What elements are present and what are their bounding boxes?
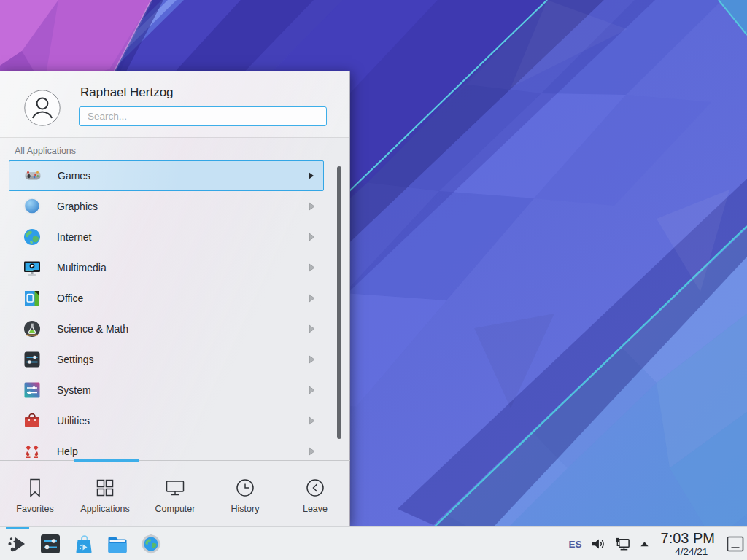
multimedia-monitor-icon <box>22 257 42 278</box>
active-tab-indicator <box>74 459 139 462</box>
section-label: All Applications <box>15 146 76 156</box>
category-label: Graphics <box>57 201 308 212</box>
tab-favorites[interactable]: Favorites <box>0 461 70 526</box>
category-system[interactable]: System <box>9 375 324 405</box>
utilities-toolbox-icon <box>22 411 42 431</box>
globe-icon <box>22 227 42 247</box>
category-label: Help <box>57 446 308 457</box>
launcher-tab-bar: Favorites Applications Computer <box>0 460 350 526</box>
chevron-right-icon <box>308 263 315 272</box>
tab-applications[interactable]: Applications <box>70 461 140 526</box>
tab-computer[interactable]: Computer <box>140 461 210 526</box>
system-settings-icon[interactable] <box>39 532 62 556</box>
grid-icon <box>94 477 116 499</box>
taskbar: ES 7:03 PM <box>0 526 747 560</box>
user-avatar[interactable] <box>24 90 61 126</box>
chevron-right-icon <box>308 233 315 241</box>
system-tray: ES 7:03 PM <box>569 527 746 560</box>
application-launcher-menu: Raphael Hertzog All Applications <box>0 71 350 526</box>
category-label: Science & Math <box>57 323 308 335</box>
digital-clock[interactable]: 7:03 PM 4/24/21 <box>661 531 715 557</box>
category-settings[interactable]: Settings <box>9 344 324 375</box>
clock-icon <box>234 477 256 499</box>
graphics-sphere-icon <box>22 196 42 217</box>
help-icon <box>22 441 42 461</box>
category-label: System <box>57 384 308 396</box>
clock-date: 4/24/21 <box>661 547 715 557</box>
settings-sliders-icon <box>22 349 42 370</box>
discover-icon[interactable] <box>72 532 96 556</box>
chevron-right-icon <box>308 386 315 394</box>
chevron-right-icon <box>307 171 314 180</box>
category-graphics[interactable]: Graphics <box>9 191 324 222</box>
science-flask-icon <box>22 319 42 339</box>
category-label: Settings <box>57 354 308 365</box>
category-label: Office <box>57 292 308 304</box>
gamepad-icon <box>23 166 43 186</box>
category-games[interactable]: Games <box>9 160 324 191</box>
chevron-right-icon <box>308 324 315 333</box>
text-cursor <box>85 110 85 122</box>
konqueror-globe-icon[interactable] <box>139 532 163 556</box>
category-multimedia[interactable]: Multimedia <box>9 252 324 283</box>
category-label: Utilities <box>57 415 308 427</box>
tab-label: Leave <box>303 504 328 514</box>
keyboard-layout-indicator[interactable]: ES <box>569 539 582 550</box>
chevron-right-icon <box>308 294 315 303</box>
category-help[interactable]: Help <box>9 436 324 461</box>
show-desktop-button[interactable] <box>726 534 745 553</box>
chevron-right-icon <box>308 202 315 211</box>
tab-label: Applications <box>80 504 129 514</box>
volume-icon[interactable] <box>590 536 606 552</box>
desktop: Raphael Hertzog All Applications <box>0 0 747 560</box>
launcher-header: Raphael Hertzog <box>0 71 349 138</box>
category-label: Multimedia <box>57 262 308 273</box>
monitor-icon <box>164 477 186 499</box>
chevron-right-icon <box>308 447 315 456</box>
active-task-indicator <box>6 527 29 529</box>
kde-kickoff-icon[interactable] <box>6 532 29 556</box>
user-name: Raphael Hertzog <box>80 85 174 100</box>
category-label: Internet <box>57 231 308 243</box>
bookmark-icon <box>24 477 46 499</box>
tab-history[interactable]: History <box>210 461 280 526</box>
tab-label: Computer <box>155 504 196 514</box>
list-scrollbar[interactable] <box>337 166 341 439</box>
tab-leave[interactable]: Leave <box>280 461 350 526</box>
expand-tray-arrow-icon[interactable] <box>639 539 650 550</box>
chevron-right-icon <box>308 416 315 425</box>
file-manager-icon[interactable] <box>106 532 129 556</box>
search-input[interactable] <box>79 106 327 126</box>
chevron-right-icon <box>308 355 315 364</box>
leave-icon <box>304 477 326 499</box>
category-utilities[interactable]: Utilities <box>9 405 324 436</box>
tab-label: Favorites <box>16 504 53 514</box>
category-internet[interactable]: Internet <box>9 222 324 252</box>
clock-time: 7:03 PM <box>661 531 715 545</box>
category-science-math[interactable]: Science & Math <box>9 314 324 344</box>
office-documents-icon <box>22 288 42 308</box>
network-icon[interactable] <box>614 536 631 553</box>
category-office[interactable]: Office <box>9 283 324 314</box>
tab-label: History <box>231 504 260 514</box>
category-list: Games Graphics <box>0 159 350 461</box>
system-sliders-icon <box>22 380 42 400</box>
category-label: Games <box>58 170 307 182</box>
